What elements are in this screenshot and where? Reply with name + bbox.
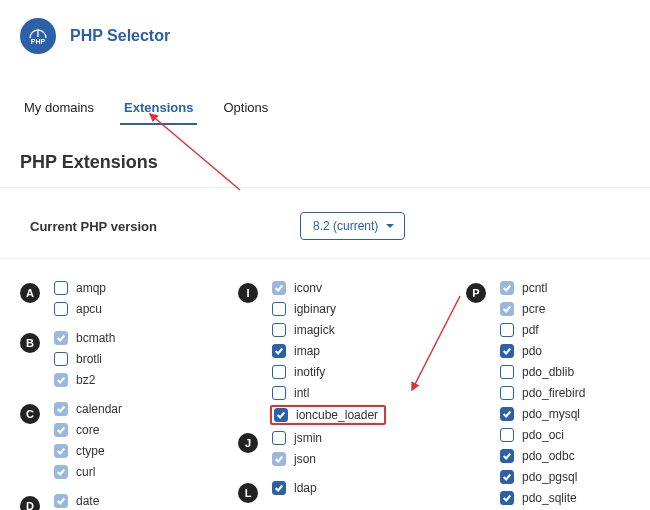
checkbox-pdo_pgsql[interactable] xyxy=(500,470,514,484)
extension-pdo_oci[interactable]: pdo_oci xyxy=(500,428,585,442)
extension-calendar[interactable]: calendar xyxy=(54,402,122,416)
extension-label: pcntl xyxy=(522,281,547,295)
checkbox-curl[interactable] xyxy=(54,465,68,479)
extension-pcntl[interactable]: pcntl xyxy=(500,281,585,295)
checkbox-amqp[interactable] xyxy=(54,281,68,295)
extension-imagick[interactable]: imagick xyxy=(272,323,380,337)
extension-ctype[interactable]: ctype xyxy=(54,444,122,458)
extension-imap[interactable]: imap xyxy=(272,344,380,358)
checkbox-bcmath[interactable] xyxy=(54,331,68,345)
checkbox-pdo_odbc[interactable] xyxy=(500,449,514,463)
extension-pcre[interactable]: pcre xyxy=(500,302,585,316)
checkbox-pdo_mysql[interactable] xyxy=(500,407,514,421)
extension-amqp[interactable]: amqp xyxy=(54,281,106,295)
extension-label: ctype xyxy=(76,444,105,458)
extension-igbinary[interactable]: igbinary xyxy=(272,302,380,316)
extension-label: pdo_oci xyxy=(522,428,564,442)
tab-options[interactable]: Options xyxy=(219,94,272,125)
extension-label: inotify xyxy=(294,365,325,379)
extension-ldap[interactable]: ldap xyxy=(272,481,317,495)
checkbox-core[interactable] xyxy=(54,423,68,437)
extension-ioncube_loader[interactable]: ioncube_loader xyxy=(270,405,386,425)
checkbox-igbinary[interactable] xyxy=(272,302,286,316)
checkbox-pdo[interactable] xyxy=(500,344,514,358)
checkbox-imagick[interactable] xyxy=(272,323,286,337)
php-version-select[interactable]: 8.2 (current) xyxy=(300,212,405,240)
extension-pdo_dblib[interactable]: pdo_dblib xyxy=(500,365,585,379)
checkbox-ctype[interactable] xyxy=(54,444,68,458)
extension-inotify[interactable]: inotify xyxy=(272,365,380,379)
extension-core[interactable]: core xyxy=(54,423,122,437)
extension-label: brotli xyxy=(76,352,102,366)
extension-label: pdo_pgsql xyxy=(522,470,577,484)
checkbox-ioncube_loader[interactable] xyxy=(274,408,288,422)
checkbox-ldap[interactable] xyxy=(272,481,286,495)
extension-pdo_pgsql[interactable]: pdo_pgsql xyxy=(500,470,585,484)
checkbox-brotli[interactable] xyxy=(54,352,68,366)
extension-label: jsmin xyxy=(294,431,322,445)
extension-label: amqp xyxy=(76,281,106,295)
checkbox-jsmin[interactable] xyxy=(272,431,286,445)
extension-label: pdo_odbc xyxy=(522,449,575,463)
extension-label: apcu xyxy=(76,302,102,316)
letter-badge-j: J xyxy=(238,433,258,453)
section-title: PHP Extensions xyxy=(0,126,650,187)
checkbox-pdo_dblib[interactable] xyxy=(500,365,514,379)
letter-badge-c: C xyxy=(20,404,40,424)
checkbox-iconv[interactable] xyxy=(272,281,286,295)
extension-label: json xyxy=(294,452,316,466)
extension-iconv[interactable]: iconv xyxy=(272,281,380,295)
checkbox-bz2[interactable] xyxy=(54,373,68,387)
letter-badge-b: B xyxy=(20,333,40,353)
checkbox-pdo_oci[interactable] xyxy=(500,428,514,442)
extension-pdo_mysql[interactable]: pdo_mysql xyxy=(500,407,585,421)
extension-pdo_sqlite[interactable]: pdo_sqlite xyxy=(500,491,585,505)
checkbox-inotify[interactable] xyxy=(272,365,286,379)
checkbox-intl[interactable] xyxy=(272,386,286,400)
php-version-value: 8.2 (current) xyxy=(313,219,378,233)
checkbox-pdo_firebird[interactable] xyxy=(500,386,514,400)
tabs: My domainsExtensionsOptions xyxy=(0,64,650,126)
extension-jsmin[interactable]: jsmin xyxy=(272,431,322,445)
extension-label: bcmath xyxy=(76,331,115,345)
extension-label: pdo_sqlite xyxy=(522,491,577,505)
extension-intl[interactable]: intl xyxy=(272,386,380,400)
checkbox-pdf[interactable] xyxy=(500,323,514,337)
checkbox-pcntl[interactable] xyxy=(500,281,514,295)
checkbox-json[interactable] xyxy=(272,452,286,466)
extension-pdo_firebird[interactable]: pdo_firebird xyxy=(500,386,585,400)
checkbox-calendar[interactable] xyxy=(54,402,68,416)
extension-label: pdo_dblib xyxy=(522,365,574,379)
extension-label: pdo_firebird xyxy=(522,386,585,400)
extension-label: ioncube_loader xyxy=(296,408,378,422)
extension-apcu[interactable]: apcu xyxy=(54,302,106,316)
extension-label: pdo xyxy=(522,344,542,358)
svg-text:PHP: PHP xyxy=(31,38,46,45)
extension-label: curl xyxy=(76,465,95,479)
tab-my-domains[interactable]: My domains xyxy=(20,94,98,125)
extension-curl[interactable]: curl xyxy=(54,465,122,479)
extension-label: intl xyxy=(294,386,309,400)
checkbox-imap[interactable] xyxy=(272,344,286,358)
extension-label: imagick xyxy=(294,323,335,337)
tab-extensions[interactable]: Extensions xyxy=(120,94,197,125)
php-logo-icon: PHP xyxy=(20,18,56,54)
checkbox-apcu[interactable] xyxy=(54,302,68,316)
extension-date[interactable]: date xyxy=(54,494,99,508)
extension-label: igbinary xyxy=(294,302,336,316)
extension-label: calendar xyxy=(76,402,122,416)
extension-json[interactable]: json xyxy=(272,452,322,466)
extension-bcmath[interactable]: bcmath xyxy=(54,331,115,345)
checkbox-pdo_sqlite[interactable] xyxy=(500,491,514,505)
extension-label: pdo_mysql xyxy=(522,407,580,421)
checkbox-date[interactable] xyxy=(54,494,68,508)
letter-badge-p: P xyxy=(466,283,486,303)
extension-brotli[interactable]: brotli xyxy=(54,352,115,366)
extension-pdo_odbc[interactable]: pdo_odbc xyxy=(500,449,585,463)
extension-label: pcre xyxy=(522,302,545,316)
extension-label: date xyxy=(76,494,99,508)
extension-pdf[interactable]: pdf xyxy=(500,323,585,337)
checkbox-pcre[interactable] xyxy=(500,302,514,316)
extension-bz2[interactable]: bz2 xyxy=(54,373,115,387)
extension-pdo[interactable]: pdo xyxy=(500,344,585,358)
